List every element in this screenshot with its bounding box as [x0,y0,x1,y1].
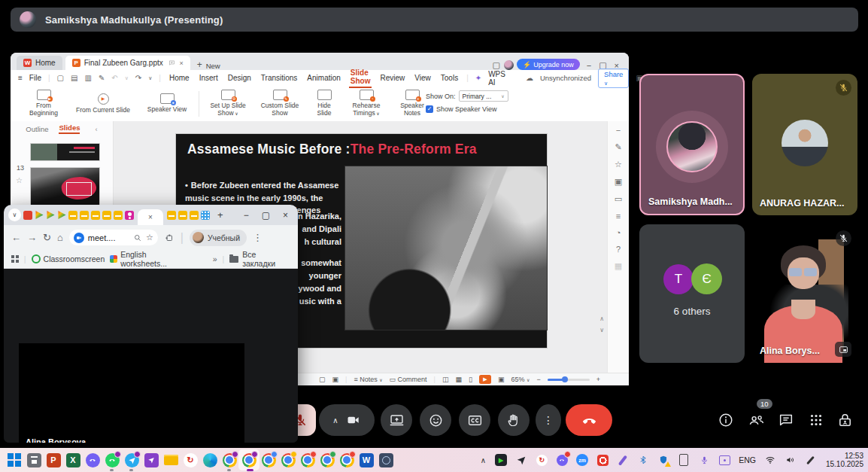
undo-dropdown-icon[interactable]: ∨ [125,75,129,81]
tray-security-shield[interactable] [655,452,672,468]
speaker-view-button[interactable]: ● Speaker View [138,93,196,114]
from-beginning-button[interactable]: ▶ From Beginning [20,90,68,117]
scroll-up-icon[interactable]: ∧ [599,315,604,322]
show-speaker-view-checkbox[interactable]: ✓ [426,105,433,113]
zoom-out-button[interactable]: − [536,376,540,383]
show-hidden-icons[interactable]: ∧ [478,456,489,464]
tab-favicon[interactable] [178,211,187,220]
menu-view[interactable]: View [413,73,432,83]
tile-anurag[interactable]: ANURAG HAZAR... [752,74,857,215]
outline-tab[interactable]: Outline [26,125,48,133]
chrome-maximize-button[interactable]: ▢ [256,210,275,221]
tile-6-others[interactable]: T Є 6 others [639,224,745,363]
bookmark-classroomscreen[interactable]: Classroomscreen [32,254,105,263]
doc-chat-icon[interactable] [168,59,175,66]
taskbar-excel[interactable]: X [65,452,81,468]
tray-wifi[interactable] [762,452,778,468]
apps-shortcut-icon[interactable] [11,255,19,263]
bookmark-english-worksheets[interactable]: English worksheets... [110,250,193,268]
wps-home-tab[interactable]: W Home [17,56,62,70]
people-button[interactable] [748,412,765,429]
menu-animation[interactable]: Animation [305,73,341,83]
from-current-slide-button[interactable]: ▶ From Current Slide [68,93,138,114]
tab-favicon[interactable] [35,211,44,220]
taskbar-chrome-active[interactable] [241,452,257,468]
main-captions-button[interactable] [459,404,490,436]
history-clock-icon[interactable]: ◔ [616,228,621,237]
star-tag-icon[interactable]: ☆ [615,160,622,169]
tab-favicon[interactable] [68,211,77,220]
forward-icon[interactable]: → [27,232,37,243]
tray-sync[interactable]: ↻ [533,452,550,468]
help-icon[interactable]: ? [616,245,621,254]
slides-tab[interactable]: Slides [59,123,80,134]
status-clock-icon[interactable]: ▢ [319,376,326,383]
tab-favicon[interactable] [167,211,176,220]
tray-volume[interactable] [782,452,799,468]
taskbar-chrome-5[interactable] [319,452,335,468]
start-button[interactable] [6,452,23,468]
taskbar-purple-app[interactable] [143,452,159,468]
scroll-down-icon[interactable]: ∨ [599,327,604,333]
tab-favicon[interactable] [23,211,32,220]
chrome-menu-icon[interactable]: ⋮ [253,232,263,243]
tab-favicon[interactable] [91,211,100,220]
favorite-star-icon[interactable]: ☆ [16,176,23,184]
tray-snip-tool[interactable] [716,452,733,468]
wps-minimize-button[interactable]: − [583,61,595,70]
chat-button[interactable] [778,412,794,428]
taskbar-whatsapp[interactable] [104,452,120,468]
chrome-close-button[interactable]: × [278,210,293,221]
meeting-info-button[interactable] [718,412,734,428]
tray-pen-settings[interactable] [803,452,819,468]
slide-thumbnail-12[interactable] [30,143,100,161]
collapse-panel-icon[interactable]: ‹ [95,125,97,133]
redo-dropdown-icon[interactable]: ∨ [148,75,152,81]
taskbar-chrome-6[interactable] [338,452,355,468]
edit-tools-icon[interactable]: ✎ [615,142,621,152]
status-layout-icon[interactable]: ▣ [332,376,339,383]
print-icon[interactable]: ▤ [71,74,77,82]
new-tab-label[interactable]: New [206,62,220,70]
taskbar-chrome-2[interactable] [260,452,277,468]
menu-design[interactable]: Design [226,73,253,83]
normal-view-icon[interactable]: ◫ [442,376,449,383]
taskbar-chrome-3[interactable] [280,452,296,468]
extensions-puzzle-icon[interactable] [164,233,175,243]
host-controls-button[interactable] [836,412,854,429]
tab-favicon[interactable] [102,211,111,220]
settings-sliders-icon[interactable]: ≡ [616,212,621,221]
format-painter-icon[interactable]: ✎ [99,74,105,82]
new-tab-plus-icon[interactable]: + [193,59,206,70]
tab-favicon[interactable] [114,211,123,220]
menu-transitions[interactable]: Transitions [259,73,299,83]
bookmark-star-icon[interactable]: ☆ [146,233,153,242]
active-tab[interactable]: × [138,209,163,225]
zoom-level[interactable]: 65% ∨ [511,376,530,383]
pip-button[interactable] [835,342,851,357]
taskbar-powerpoint[interactable]: P [45,452,62,468]
menu-wps-ai[interactable]: WPS AI [488,70,505,87]
undo-icon[interactable]: ↶ [111,74,117,82]
taskbar-sync-app[interactable]: ↻ [182,452,199,468]
taskbar-slate-app[interactable] [378,452,394,468]
taskbar-chrome-4[interactable] [299,452,316,468]
notes-toggle[interactable]: ≡ Notes ∨ [354,376,382,383]
taskbar-edge[interactable] [202,452,218,468]
close-tab-icon[interactable]: × [148,213,153,221]
tab-search-icon[interactable]: ∨ [8,209,21,221]
main-end-call-button[interactable] [566,404,612,436]
menu-tools[interactable]: Tools [439,73,460,83]
taskbar-word[interactable]: W [358,452,375,468]
tray-zoom[interactable]: zm [574,452,590,468]
window-stack-icon[interactable]: ▢ [489,60,504,70]
layers-icon[interactable]: ▣ [615,177,622,187]
menu-slide-show[interactable]: Slide Show [349,68,372,88]
camera-options-caret-icon[interactable]: ∧ [332,416,338,425]
reload-icon[interactable]: ↻ [43,232,51,243]
menu-review[interactable]: Review [378,73,406,83]
zoom-slider-knob[interactable] [562,376,568,382]
wps-document-tab[interactable]: P Final Zubeen Garg.pptx × [65,56,190,70]
all-bookmarks-button[interactable]: Все закладки [229,250,290,268]
zoom-in-button[interactable]: + [596,376,600,383]
